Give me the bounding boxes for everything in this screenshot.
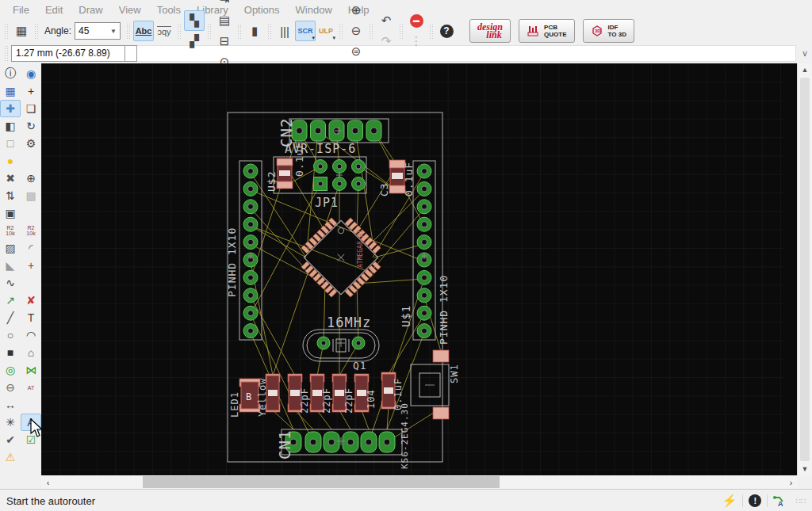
vertical-scroll-thumb[interactable] (800, 78, 810, 461)
rotate-icon[interactable]: ↻ (21, 117, 41, 135)
polygon-icon[interactable]: ⌂ (21, 344, 41, 361)
via-icon[interactable]: ◎ (0, 361, 21, 379)
help-button[interactable]: ? (436, 21, 457, 41)
toolbar-grip (339, 23, 343, 39)
display-config-alt-button[interactable]: ▞ (184, 31, 205, 51)
attribute-icon[interactable]: AT (21, 379, 41, 396)
copy-icon[interactable]: ❏ (21, 100, 41, 117)
pcb-quote-button[interactable]: PCBQUOTE (519, 19, 574, 43)
spacer (21, 274, 41, 292)
menu-view[interactable]: View (111, 2, 149, 18)
wrench-icon[interactable]: ⚙ (21, 135, 41, 152)
power-bolt-icon[interactable]: ⚡ (722, 494, 737, 508)
chevron-down-icon[interactable]: ∨ (798, 46, 812, 60)
add-part-icon[interactable]: ⊕ (21, 170, 41, 187)
coordinate-readout: 1.27 mm (-26.67 8.89) (11, 45, 125, 62)
errors-indicator-icon[interactable]: ! (749, 494, 761, 507)
label-pinhd-right: PINHD 1X10 (438, 275, 450, 345)
zoom-out-button[interactable]: ⊖ (346, 21, 366, 41)
scroll-up-arrow[interactable]: ▲ (798, 63, 812, 76)
idf-to-3d-button[interactable]: 3DIDFTO 3D (583, 19, 634, 43)
info-icon[interactable]: ⓘ (0, 65, 21, 82)
menu-options[interactable]: Options (236, 2, 288, 18)
stop-button[interactable]: ▬ (406, 10, 427, 31)
ulp-button[interactable]: ULP▾ (316, 21, 336, 41)
zoom-in-button[interactable]: ⊕ (346, 0, 366, 21)
abc-mirror-label: ɔqy (157, 26, 170, 36)
arc-icon[interactable]: ◠ (21, 326, 41, 344)
toolbar-grip (429, 23, 434, 39)
command-line-input[interactable] (137, 45, 796, 62)
name-icon[interactable]: R2 10k (0, 222, 21, 239)
eye-icon[interactable]: ◉ (21, 65, 41, 82)
export-button[interactable]: ⇥ (214, 0, 235, 10)
circle-icon[interactable]: ○ (0, 326, 21, 344)
display-config-button[interactable]: ▚ (184, 10, 205, 31)
label-sw1: SW1 (449, 364, 460, 383)
miter-icon[interactable]: ◜ (21, 239, 41, 257)
text-mirror-button[interactable]: ɔqy (154, 21, 174, 41)
move-icon[interactable]: ✚ (0, 100, 21, 117)
menu-tools[interactable]: Tools (149, 2, 189, 18)
replace-icon[interactable]: ▩ (21, 187, 41, 204)
ratsnest-icon[interactable]: ✳ (0, 414, 21, 431)
angle-select[interactable]: 45 ▼ (75, 22, 121, 40)
save-button[interactable]: ▤ (214, 10, 235, 31)
undo-button[interactable]: ↶ (376, 10, 396, 31)
label-pinhd-left: PINHD 1X10 (226, 227, 238, 297)
mark-icon[interactable]: + (21, 82, 41, 100)
scr-button[interactable]: SCR▾ (295, 21, 316, 41)
route-icon[interactable]: ↗ (0, 292, 21, 309)
paint-icon[interactable]: ● (0, 152, 21, 170)
delete-icon[interactable]: ✖ (0, 170, 21, 187)
chevron-down-icon: ▾ (333, 35, 336, 41)
layer-stack-button[interactable]: ▮ (244, 21, 265, 41)
pinswap-icon[interactable]: ⇅ (0, 187, 21, 204)
label-22pf-3: 22pF (343, 387, 354, 414)
layer-settings-button[interactable]: ||| (274, 21, 295, 41)
redo-button[interactable]: ↷ (376, 31, 396, 51)
resize-grip[interactable]: ∷∷ (795, 497, 806, 505)
meander-icon[interactable]: ∿ (0, 274, 21, 292)
label-104: 104 (366, 389, 377, 409)
scroll-right-arrow[interactable]: › (784, 475, 798, 489)
group-icon[interactable]: □ (0, 135, 21, 152)
warning-icon[interactable]: ⚠ (0, 448, 21, 466)
menu-window[interactable]: Window (288, 2, 340, 18)
hole-icon[interactable]: ⊖ (0, 379, 21, 396)
optimize-icon[interactable]: + (21, 257, 41, 274)
signal-icon[interactable]: ⋈ (21, 361, 41, 379)
dimension-icon[interactable]: ↔ (0, 396, 21, 414)
smash-icon[interactable]: ▨ (0, 239, 21, 257)
grid-settings-button[interactable]: ▦ (11, 21, 32, 41)
horizontal-scroll-thumb[interactable] (143, 476, 500, 488)
mirror-icon[interactable]: ◧ (0, 117, 21, 135)
menu-edit[interactable]: Edit (37, 2, 71, 18)
split-icon[interactable]: ◣ (0, 257, 21, 274)
more-button[interactable]: ⋮ (406, 31, 427, 51)
rect-icon[interactable]: ■ (0, 344, 21, 361)
pcb-canvas[interactable]: CN2 AVR-ISP-6 JP1 U$2 0.1uF (41, 63, 797, 475)
drc-icon[interactable]: ✔ (0, 431, 21, 448)
lock-icon[interactable]: ▣ (0, 204, 21, 222)
autorouter-icon[interactable]: A (21, 414, 41, 431)
zoom-select-button[interactable]: ⊜ (346, 41, 366, 62)
horizontal-scroll-track[interactable] (55, 475, 784, 489)
label-led1: LED1 (229, 391, 240, 418)
value-icon[interactable]: R2 10k (21, 222, 41, 239)
vertical-scrollbar[interactable]: ▲ ▼ (797, 63, 812, 475)
text-style-button[interactable]: Abc (133, 21, 154, 41)
errors-icon[interactable]: ☑ (21, 431, 41, 448)
ripup-icon[interactable]: ✘ (21, 292, 41, 309)
text-icon[interactable]: T (21, 309, 41, 326)
menu-file[interactable]: File (5, 2, 37, 18)
autorouter-status-icon[interactable]: A (773, 494, 787, 507)
display-layers-icon[interactable]: ▦ (0, 82, 21, 100)
design-link-button[interactable]: designlink (469, 19, 511, 43)
scroll-down-arrow[interactable]: ▼ (798, 463, 812, 475)
print-button[interactable]: ⊟ (214, 31, 235, 51)
horizontal-scrollbar[interactable]: ‹ › (0, 475, 812, 489)
menu-draw[interactable]: Draw (71, 2, 110, 18)
wire-icon[interactable]: ╱ (0, 309, 21, 326)
scroll-left-arrow[interactable]: ‹ (41, 475, 55, 489)
